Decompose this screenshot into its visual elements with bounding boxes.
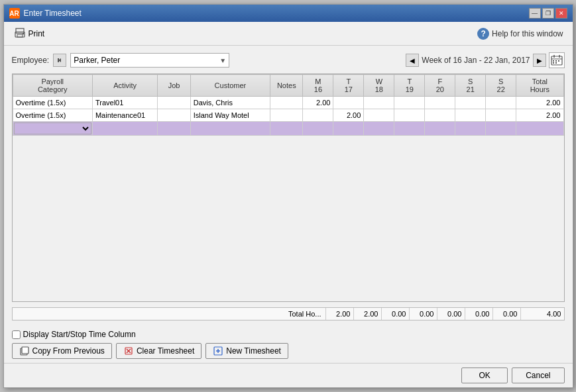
th-total: TotalHours <box>516 75 563 97</box>
row2-thu <box>394 109 425 122</box>
row1-payroll: Overtime (1.5x) <box>13 97 92 109</box>
row2-job <box>158 109 190 122</box>
table-row-selected: Overtime (1.5x) <box>13 122 563 136</box>
new-row-mon <box>303 122 333 136</box>
employee-name: Parker, Peter <box>74 56 219 65</box>
totals-row: Total Ho... 2.00 2.00 0.00 0.00 0.00 0.0… <box>12 307 565 320</box>
row2-fri <box>425 109 455 122</box>
row2-sat <box>455 109 486 122</box>
th-sat: S21 <box>455 75 486 97</box>
total-sun: 0.00 <box>493 308 521 320</box>
row2-payroll: Overtime (1.5x) <box>13 109 92 122</box>
row1-total: 2.00 <box>516 97 563 109</box>
row1-activity: Travel01 <box>92 97 158 109</box>
bottom-area: Display Start/Stop Time Column Copy From… <box>4 327 573 363</box>
th-mon: M16 <box>303 75 333 97</box>
main-window: AR Enter Timesheet — ❐ ✕ Print ? Help fo <box>3 4 573 388</box>
row2-notes <box>270 109 303 122</box>
svg-rect-16 <box>22 347 29 354</box>
table-header-row: PayrollCategory Activity Job Customer No… <box>13 75 563 97</box>
row1-job <box>158 97 190 109</box>
svg-rect-12 <box>558 60 559 62</box>
row2-total: 2.00 <box>516 109 563 122</box>
grand-total: 4.00 <box>521 308 564 320</box>
timesheet-table: PayrollCategory Activity Job Customer No… <box>13 74 564 136</box>
th-payroll: PayrollCategory <box>13 75 92 97</box>
content-area: Employee: Parker, Peter ▼ ◀ Week of 16 J… <box>4 46 573 327</box>
copy-from-previous-button[interactable]: Copy From Previous <box>12 343 112 359</box>
new-row-job <box>158 122 190 136</box>
new-row-fri <box>425 122 455 136</box>
new-row-wed <box>364 122 394 136</box>
table-row: Overtime (1.5x) Travel01 Davis, Chris 2.… <box>13 97 563 109</box>
th-thu: T19 <box>394 75 425 97</box>
employee-prev-button[interactable] <box>53 54 66 67</box>
checkbox-row: Display Start/Stop Time Column <box>12 330 565 339</box>
close-button[interactable]: ✕ <box>555 8 567 19</box>
row2-mon <box>303 109 333 122</box>
display-time-checkbox[interactable] <box>12 330 21 339</box>
calendar-icon <box>551 54 563 66</box>
row2-activity: Maintenance01 <box>92 109 158 122</box>
table-body: Overtime (1.5x) Travel01 Davis, Chris 2.… <box>13 97 563 136</box>
restore-button[interactable]: ❐ <box>542 8 554 19</box>
ok-button[interactable]: OK <box>461 368 508 383</box>
toolbar: Print ? Help for this window <box>4 22 573 46</box>
row2-customer: Island Way Motel <box>190 109 270 122</box>
copy-from-previous-label: Copy From Previous <box>32 346 105 356</box>
row1-thu <box>394 97 425 109</box>
th-tue: T17 <box>333 75 364 97</box>
week-prev-button[interactable]: ◀ <box>406 54 419 67</box>
row2-tue: 2.00 <box>333 109 364 122</box>
new-row-customer <box>190 122 270 136</box>
new-row-payroll[interactable]: Overtime (1.5x) <box>13 122 92 136</box>
clear-timesheet-button[interactable]: Clear Timesheet <box>116 343 202 359</box>
employee-label: Employee: <box>12 56 50 65</box>
help-label: Help for this window <box>492 29 563 38</box>
printer-icon <box>14 28 26 40</box>
row1-tue <box>333 97 364 109</box>
svg-rect-10 <box>553 60 554 62</box>
th-wed: W18 <box>364 75 394 97</box>
title-bar: AR Enter Timesheet — ❐ ✕ <box>4 5 573 22</box>
new-row-activity <box>92 122 158 136</box>
new-timesheet-button[interactable]: New Timesheet <box>205 343 288 359</box>
action-buttons-row: Copy From Previous Clear Timesheet <box>12 343 565 359</box>
arrow-left-icon <box>56 57 63 64</box>
week-nav: ◀ Week of 16 Jan - 22 Jan, 2017 ▶ <box>406 52 564 68</box>
print-label: Print <box>29 29 45 38</box>
table-row: Overtime (1.5x) Maintenance01 Island Way… <box>13 109 563 122</box>
row1-notes <box>270 97 303 109</box>
row1-customer: Davis, Chris <box>190 97 270 109</box>
title-bar-left: AR Enter Timesheet <box>9 8 82 19</box>
timesheet-table-container: PayrollCategory Activity Job Customer No… <box>12 74 565 302</box>
clear-icon <box>123 346 134 356</box>
help-button[interactable]: ? Help for this window <box>473 26 567 41</box>
week-label: Week of 16 Jan - 22 Jan, 2017 <box>422 56 530 65</box>
footer-bar: OK Cancel <box>4 363 573 387</box>
new-row-thu <box>394 122 425 136</box>
payroll-category-select[interactable]: Overtime (1.5x) <box>14 122 91 134</box>
row1-sat <box>455 97 486 109</box>
minimize-button[interactable]: — <box>529 8 541 19</box>
row2-sun <box>486 109 516 122</box>
th-fri: F20 <box>425 75 455 97</box>
total-thu: 0.00 <box>410 308 437 320</box>
toolbar-left: Print <box>9 26 50 42</box>
print-button[interactable]: Print <box>9 26 50 42</box>
cancel-button[interactable]: Cancel <box>512 368 564 383</box>
new-timesheet-label: New Timesheet <box>226 346 281 356</box>
app-icon: AR <box>9 8 20 19</box>
row2-wed <box>364 109 394 122</box>
row1-mon: 2.00 <box>303 97 333 109</box>
employee-row: Employee: Parker, Peter ▼ ◀ Week of 16 J… <box>12 52 565 68</box>
week-next-button[interactable]: ▶ <box>533 54 546 67</box>
employee-dropdown[interactable]: Parker, Peter ▼ <box>70 53 229 68</box>
total-fri: 0.00 <box>437 308 465 320</box>
calendar-button[interactable] <box>549 52 565 68</box>
new-row-notes <box>270 122 303 136</box>
th-customer: Customer <box>190 75 270 97</box>
row1-fri <box>425 97 455 109</box>
svg-rect-14 <box>555 62 557 64</box>
new-icon <box>213 346 223 356</box>
